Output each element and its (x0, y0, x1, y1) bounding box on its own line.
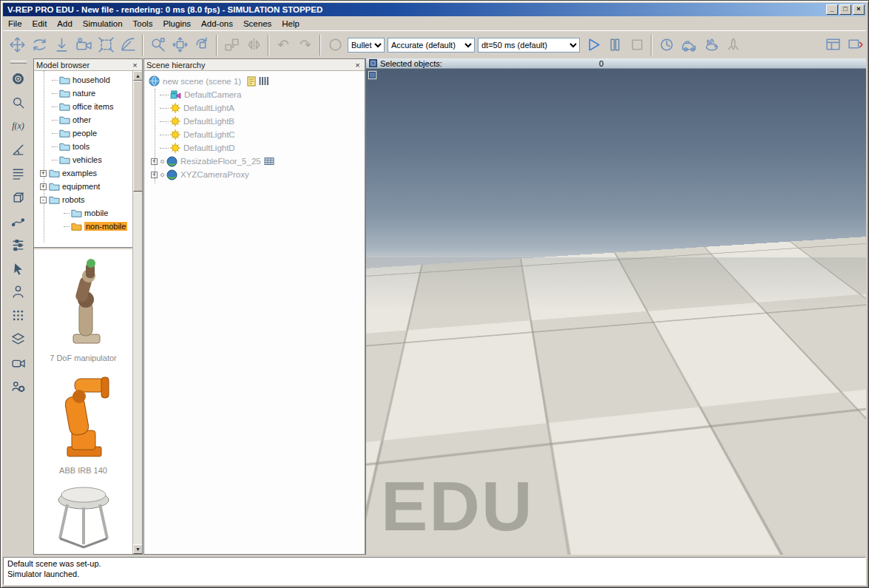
accuracy-select[interactable]: Accurate (default) (388, 38, 475, 53)
visibility-dot-icon[interactable] (160, 160, 164, 163)
close-button[interactable]: × (853, 4, 865, 15)
note-icon[interactable] (247, 76, 256, 87)
menu-tools[interactable]: Tools (128, 17, 158, 30)
expand-icon[interactable]: + (40, 170, 47, 177)
viewport[interactable]: Selected objects: 0 EDU y x (365, 58, 866, 555)
real-time-mode-button[interactable] (655, 34, 677, 56)
film-icon[interactable] (264, 157, 274, 166)
threaded-rendering-button[interactable] (722, 34, 744, 56)
folder-item[interactable]: office items (34, 100, 132, 113)
selected-objects-count: 0 (599, 59, 603, 68)
expand-icon[interactable]: + (151, 158, 158, 165)
menu-scenes[interactable]: Scenes (238, 17, 277, 30)
scene-item-light[interactable]: DefaultLightB (149, 115, 365, 128)
scene-item-light[interactable]: DefaultLightA (149, 101, 365, 115)
folder-item[interactable]: +equipment (34, 180, 132, 193)
shift-view-button[interactable] (50, 34, 72, 56)
tilt-view-button[interactable] (117, 34, 139, 56)
dynamic-content-button[interactable] (677, 34, 700, 56)
sim-speed-button[interactable] (700, 34, 722, 56)
dynamics-toggle-button[interactable] (324, 34, 346, 56)
simulation-settings-button[interactable] (7, 68, 30, 89)
scrollbar-thumb[interactable] (133, 81, 142, 192)
object-rotate-button[interactable] (191, 34, 213, 56)
scroll-up-icon[interactable]: ▲ (133, 71, 142, 81)
start-simulation-button[interactable] (581, 34, 603, 56)
rotation-settings-button[interactable] (7, 139, 30, 160)
tree-connector (52, 80, 58, 81)
visibility-dot-icon[interactable] (160, 173, 164, 177)
scroll-down-icon[interactable]: ▼ (133, 544, 142, 554)
menu-addons[interactable]: Add-ons (196, 17, 238, 30)
stop-simulation-button[interactable] (626, 34, 648, 56)
model-browser-close-icon[interactable]: × (130, 61, 140, 70)
columns-icon[interactable] (259, 76, 268, 86)
folder-icon (59, 75, 70, 84)
maximize-button[interactable]: □ (839, 4, 851, 15)
scene-3d-view[interactable]: EDU y x (366, 69, 866, 555)
user-settings-button[interactable] (7, 376, 30, 396)
scene-item-proxy[interactable]: + XYZCameraProxy (149, 168, 365, 181)
scene-item-light[interactable]: DefaultLightD (149, 141, 365, 155)
page-toggle-button[interactable] (368, 70, 377, 80)
scene-item-camera[interactable]: DefaultCamera (149, 88, 365, 101)
model-thumbnail[interactable] (34, 482, 132, 552)
point-grid-button[interactable] (7, 305, 30, 325)
layers-button[interactable] (7, 328, 30, 349)
timestep-select[interactable]: dt=50 ms (default) (478, 38, 580, 53)
pause-simulation-button[interactable] (603, 34, 626, 56)
folder-item[interactable]: nature (34, 87, 132, 100)
folder-item[interactable]: mobile (34, 206, 132, 220)
scene-selector-button[interactable] (844, 34, 866, 56)
expand-icon[interactable]: + (151, 172, 158, 178)
toolbar-separator (216, 35, 217, 55)
folder-item[interactable]: -robots (34, 193, 132, 206)
folder-item[interactable]: people (34, 126, 132, 140)
folder-item[interactable]: vehicles (34, 153, 132, 166)
video-recorder-button[interactable] (7, 352, 30, 373)
folder-item[interactable]: tools (34, 140, 132, 153)
select-tool-button[interactable] (146, 34, 169, 56)
object-shift-button[interactable] (169, 34, 191, 56)
fit-to-view-button[interactable] (95, 34, 117, 56)
menu-edit[interactable]: Edit (27, 17, 53, 30)
person-tool-button[interactable] (7, 281, 30, 302)
scene-item-light[interactable]: DefaultLightC (149, 128, 365, 141)
model-thumbnail[interactable]: 7 DoF manipulator (34, 257, 132, 362)
engine-select[interactable]: Bullet (348, 38, 385, 53)
calculation-modules-button[interactable]: f(x) (7, 115, 30, 136)
menu-help[interactable]: Help (277, 17, 305, 30)
page-layout-button[interactable] (822, 34, 844, 56)
expand-icon[interactable]: + (40, 183, 47, 190)
pan-tool-button[interactable] (6, 34, 28, 56)
path-edit-button[interactable] (7, 210, 30, 231)
model-browser-scrollbar[interactable]: ▲ ▼ (132, 71, 142, 554)
collapse-icon[interactable]: - (40, 197, 47, 203)
folder-icon (59, 115, 70, 124)
folder-item[interactable]: household (34, 73, 132, 87)
rotate-view-button[interactable] (28, 34, 50, 56)
shape-edit-button[interactable] (7, 186, 30, 207)
camera-angle-button[interactable] (72, 34, 95, 56)
menu-file[interactable]: File (3, 17, 27, 30)
scene-item-floor[interactable]: + ResizableFloor_5_25 (149, 155, 365, 168)
folder-item[interactable]: +examples (34, 166, 132, 180)
environment-settings-button[interactable] (7, 234, 30, 254)
menu-add[interactable]: Add (52, 17, 77, 30)
menu-simulation[interactable]: Simulation (78, 17, 128, 30)
redo-button[interactable]: ↷ (294, 34, 317, 56)
undo-button[interactable]: ↶ (272, 34, 294, 56)
menu-plugins[interactable]: Plugins (158, 17, 196, 30)
folder-item-selected[interactable]: non-mobile (34, 220, 132, 233)
transfer-dna-button[interactable] (243, 34, 265, 56)
object-properties-button[interactable] (7, 92, 30, 112)
folder-item[interactable]: other (34, 113, 132, 126)
collections-button[interactable] (7, 163, 30, 183)
scene-root-item[interactable]: new scene (scene 1) (149, 74, 365, 88)
assemble-button[interactable] (220, 34, 243, 56)
world-icon (149, 75, 160, 87)
minimize-button[interactable]: _ (826, 4, 838, 15)
scene-hierarchy-close-icon[interactable]: × (353, 61, 362, 70)
selection-button[interactable] (7, 257, 30, 278)
model-thumbnail[interactable]: ABB IRB 140 (34, 370, 132, 475)
